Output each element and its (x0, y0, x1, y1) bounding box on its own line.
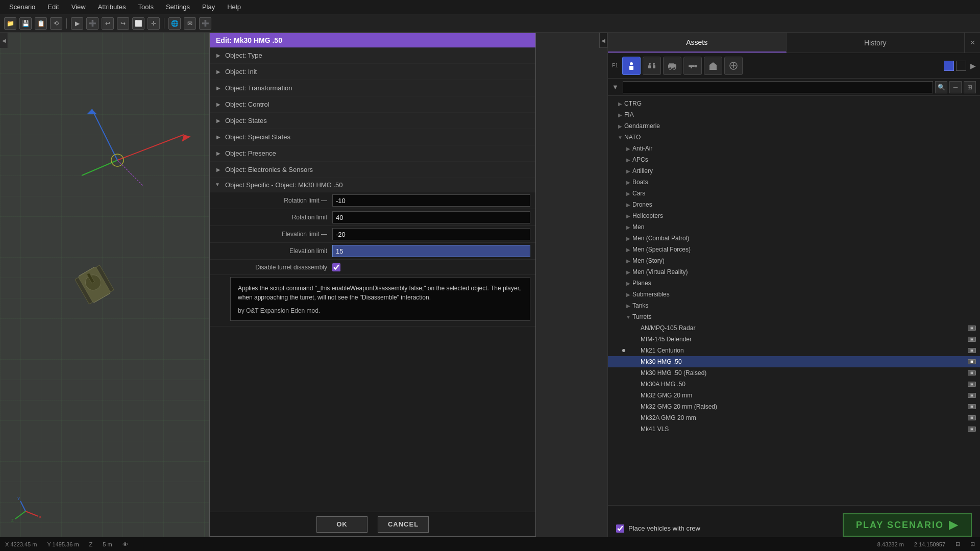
place-vehicles-label: Place vehicles with crew (628, 524, 700, 532)
tree-item-nato[interactable]: ▼ NATO (608, 132, 980, 143)
tree-item-anmpq105[interactable]: ▶ AN/MPQ-105 Radar ▣ (608, 322, 980, 334)
section-electronics[interactable]: ▶ Object: Electronics & Sensors (210, 162, 535, 178)
tree-item-gendarmerie[interactable]: ▶ Gendarmerie (608, 120, 980, 132)
menu-settings[interactable]: Settings (161, 2, 195, 12)
elevation-limit-max-row: Elevation limit (210, 243, 535, 260)
bearing: 8.43282 m (877, 541, 904, 547)
section-control[interactable]: ▶ Object: Control (210, 96, 535, 113)
filter-minus-icon[interactable]: ─ (949, 81, 962, 93)
tree-item-men-special-forces[interactable]: ▶ Men (Special Forces) (608, 244, 980, 255)
obj-specific-header[interactable]: ▼ Object Specific - Object: Mk30 HMG .50 (210, 178, 535, 192)
tree-item-tanks[interactable]: ▶ Tanks (608, 300, 980, 311)
tree-item-men-combat-patrol[interactable]: ▶ Men (Combat Patrol) (608, 233, 980, 244)
tree-item-men-virtual-reality[interactable]: ▶ Men (Virtual Reality) (608, 266, 980, 278)
toolbar-redo[interactable]: ↪ (117, 17, 129, 30)
section-presence[interactable]: ▶ Object: Presence (210, 145, 535, 162)
toolbar-move[interactable]: ✛ (148, 17, 160, 30)
tree-item-turrets[interactable]: ▼ Turrets (608, 311, 980, 322)
right-panel-collapse[interactable]: ◀ (599, 33, 607, 48)
disable-turret-checkbox[interactable] (332, 263, 340, 271)
tree-item-ctrg[interactable]: ▶ CTRG (608, 98, 980, 109)
toolbar-select[interactable]: ⬜ (132, 17, 144, 30)
tree-item-mk21centurion[interactable]: ▶ Mk21 Centurion ▣ (608, 345, 980, 356)
tree-expand-boats: ▶ (624, 178, 632, 186)
toolbar-open[interactable]: 📁 (4, 17, 16, 30)
toolbar-saveas[interactable]: 📋 (35, 17, 47, 30)
tree-item-mk30hmg50-raised[interactable]: ▶ Mk30 HMG .50 (Raised) ▣ (608, 367, 980, 379)
rotation-limit-max-input[interactable] (332, 211, 530, 223)
svg-line-16 (15, 511, 26, 519)
icon-infantry[interactable] (622, 57, 641, 75)
tree-item-apcs[interactable]: ▶ APCs (608, 154, 980, 165)
filter-dropdown-arrow[interactable]: ▼ (612, 83, 619, 91)
right-panel-close[interactable]: ✕ (965, 33, 980, 53)
tree-item-mk30ahmg50[interactable]: ▶ Mk30A HMG .50 ▣ (608, 379, 980, 390)
tree-item-boats[interactable]: ▶ Boats (608, 177, 980, 188)
menu-attributes[interactable]: Attributes (93, 2, 131, 12)
menu-edit[interactable]: Edit (42, 2, 64, 12)
tree-item-men[interactable]: ▶ Men (608, 221, 980, 233)
tree-item-fia[interactable]: ▶ FIA (608, 109, 980, 120)
tree-item-submersibles[interactable]: ▶ Submersibles (608, 289, 980, 300)
toolbar-mail[interactable]: ✉ (184, 17, 196, 30)
svg-marker-6 (179, 132, 190, 142)
tree-item-anti-air[interactable]: ▶ Anti-Air (608, 143, 980, 154)
toolbar-undo[interactable]: ↩ (102, 17, 114, 30)
panel-expand-icon[interactable]: ▶ (970, 62, 976, 70)
tree-item-cars[interactable]: ▶ Cars (608, 188, 980, 199)
color-dark-indicator (956, 61, 966, 71)
section-special-states[interactable]: ▶ Object: Special States (210, 129, 535, 145)
elevation-limit-max-input[interactable] (332, 245, 530, 257)
menu-tools[interactable]: Tools (133, 2, 159, 12)
toolbar-add[interactable]: ➕ (86, 17, 99, 30)
tree-item-mk41vls[interactable]: ▶ Mk41 VLS ▣ (608, 423, 980, 435)
tree-item-mk32agmg20[interactable]: ▶ Mk32A GMG 20 mm ▣ (608, 412, 980, 423)
place-vehicles-checkbox[interactable] (616, 524, 624, 533)
tree-item-planes[interactable]: ▶ Planes (608, 278, 980, 289)
menu-play[interactable]: Play (197, 2, 220, 12)
menu-scenario[interactable]: Scenario (4, 2, 40, 12)
tree-item-drones[interactable]: ▶ Drones (608, 199, 980, 210)
icon-weapon[interactable] (683, 57, 702, 75)
disable-turret-row: Disable turret disassembly (210, 260, 535, 275)
tree-item-mk32gmg20-raised[interactable]: ▶ Mk32 GMG 20 mm (Raised) ▣ (608, 401, 980, 412)
toolbar-globe[interactable]: 🌐 (168, 17, 181, 30)
tree-item-mim145[interactable]: ▶ MIM-145 Defender ▣ (608, 334, 980, 345)
toolbar-plus[interactable]: ➕ (199, 17, 211, 30)
tree-expand-gendarmerie: ▶ (616, 122, 624, 130)
icon-misc[interactable] (724, 57, 743, 75)
filter-grid-icon[interactable]: ⊞ (964, 81, 976, 93)
section-transformation[interactable]: ▶ Object: Transformation (210, 80, 535, 96)
tree-item-mk32gmg20[interactable]: ▶ Mk32 GMG 20 mm ▣ (608, 390, 980, 401)
section-states[interactable]: ▶ Object: States (210, 113, 535, 129)
status-icon1[interactable]: ⊟ (955, 541, 960, 547)
status-icon2[interactable]: ⊡ (970, 541, 975, 547)
tree-item-helicopters[interactable]: ▶ Helicopters (608, 210, 980, 221)
tree-item-mk30hmg50[interactable]: ▶ Mk30 HMG .50 ▣ (608, 356, 980, 367)
tab-history[interactable]: History (787, 33, 965, 53)
tree-view[interactable]: ▶ CTRG ▶ FIA ▶ Gendarmerie ▼ NATO ▶ Anti… (608, 96, 980, 505)
tab-assets[interactable]: Assets (608, 33, 787, 53)
toolbar-play[interactable]: ▶ (71, 17, 83, 30)
menu-help[interactable]: Help (222, 2, 246, 12)
filter-search-icon[interactable]: 🔍 (935, 81, 947, 93)
menu-view[interactable]: View (66, 2, 91, 12)
section-type[interactable]: ▶ Object: Type (210, 47, 535, 64)
tree-item-men-story[interactable]: ▶ Men (Story) (608, 255, 980, 266)
viewport[interactable]: X Y Z ◀ (0, 33, 209, 537)
color-blue-indicator[interactable] (944, 61, 954, 71)
icon-group[interactable] (643, 57, 661, 75)
collapse-sidebar-button[interactable]: ◀ (0, 33, 8, 48)
section-init[interactable]: ▶ Object: Init (210, 64, 535, 80)
toolbar-save[interactable]: 💾 (19, 17, 32, 30)
cancel-button[interactable]: CANCEL (378, 516, 429, 533)
play-scenario-button[interactable]: PLAY SCENARIO ▶ (843, 513, 972, 537)
rotation-limit-min-input[interactable] (332, 194, 530, 207)
filter-input[interactable] (623, 81, 933, 93)
tree-item-artillery[interactable]: ▶ Artillery (608, 165, 980, 177)
ok-button[interactable]: OK (316, 516, 368, 533)
toolbar-undo-history[interactable]: ⟲ (50, 17, 62, 30)
elevation-limit-min-input[interactable] (332, 228, 530, 240)
icon-vehicle[interactable] (663, 57, 681, 75)
icon-structure[interactable] (704, 57, 722, 75)
